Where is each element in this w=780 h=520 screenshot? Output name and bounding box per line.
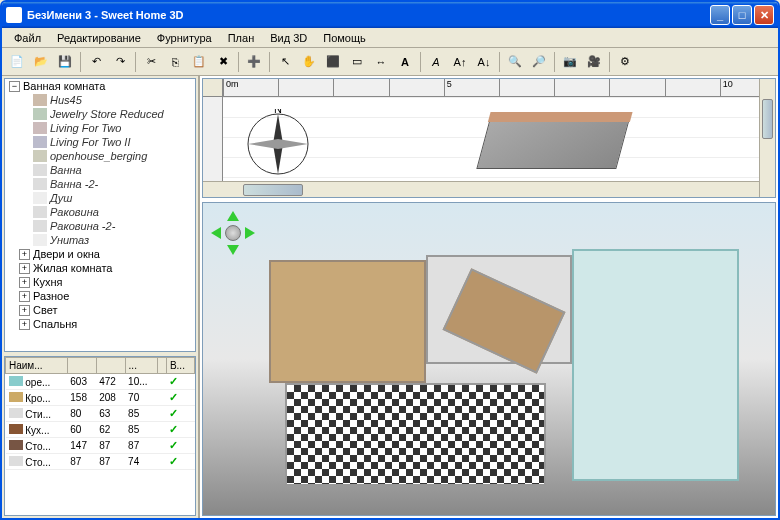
tree-category-bedroom[interactable]: +Спальня xyxy=(5,317,195,331)
tree-category-misc[interactable]: +Разное xyxy=(5,289,195,303)
table-row[interactable]: Кух...606285✓ xyxy=(6,422,195,438)
col-vis[interactable]: В... xyxy=(166,358,194,374)
menu-3d[interactable]: Вид 3D xyxy=(262,30,315,46)
tree-item[interactable]: Living For Two II xyxy=(5,135,195,149)
cut-icon[interactable]: ✂ xyxy=(140,51,162,73)
tree-category-light[interactable]: +Свет xyxy=(5,303,195,317)
tree-item[interactable]: Ванна xyxy=(5,163,195,177)
tree-item[interactable]: Раковина xyxy=(5,205,195,219)
video-icon[interactable]: 🎥 xyxy=(583,51,605,73)
zoom-out-icon[interactable]: 🔎 xyxy=(528,51,550,73)
tree-category-bathroom[interactable]: − Ванная комната xyxy=(5,79,195,93)
nav-down-icon[interactable] xyxy=(227,245,239,255)
floor-3d-render[interactable] xyxy=(243,233,765,505)
expand-icon[interactable]: + xyxy=(19,305,30,316)
compass-icon[interactable]: N xyxy=(243,109,313,179)
expand-icon[interactable]: + xyxy=(19,249,30,260)
horizontal-ruler: 0m 5 10 xyxy=(223,79,775,97)
checkbox-icon[interactable]: ✓ xyxy=(169,455,178,467)
text-size-down-icon[interactable]: A↓ xyxy=(473,51,495,73)
nav-center-icon[interactable] xyxy=(225,225,241,241)
minimize-button[interactable]: _ xyxy=(710,5,730,25)
collapse-icon[interactable]: − xyxy=(9,81,20,92)
undo-icon[interactable]: ↶ xyxy=(85,51,107,73)
menu-file[interactable]: Файл xyxy=(6,30,49,46)
tree-category-living[interactable]: +Жилая комната xyxy=(5,261,195,275)
zoom-in-icon[interactable]: 🔍 xyxy=(504,51,526,73)
table-row[interactable]: Сто...1478787✓ xyxy=(6,438,195,454)
furniture-icon xyxy=(33,94,47,106)
furniture-table[interactable]: Наим... ... В... ope...60347210...✓ Кро.… xyxy=(4,356,196,516)
menu-furniture[interactable]: Фурнитура xyxy=(149,30,220,46)
camera-icon[interactable]: 📷 xyxy=(559,51,581,73)
checkbox-icon[interactable]: ✓ xyxy=(169,391,178,403)
tree-item[interactable]: Hus45 xyxy=(5,93,195,107)
tree-item[interactable]: Jewelry Store Reduced xyxy=(5,107,195,121)
save-file-icon[interactable]: 💾 xyxy=(54,51,76,73)
col-3[interactable]: ... xyxy=(125,358,157,374)
text-bold-icon[interactable]: A xyxy=(425,51,447,73)
add-furniture-icon[interactable]: ➕ xyxy=(243,51,265,73)
nav-up-icon[interactable] xyxy=(227,211,239,221)
delete-icon[interactable]: ✖ xyxy=(212,51,234,73)
paste-icon[interactable]: 📋 xyxy=(188,51,210,73)
tree-category-kitchen[interactable]: +Кухня xyxy=(5,275,195,289)
plan-scrollbar-h[interactable] xyxy=(203,181,759,197)
dimension-icon[interactable]: ↔ xyxy=(370,51,392,73)
tree-category-doors[interactable]: +Двери и окна xyxy=(5,247,195,261)
room-icon[interactable]: ▭ xyxy=(346,51,368,73)
plan-scrollbar-v[interactable] xyxy=(759,79,775,197)
titlebar[interactable]: БезИмени 3 - Sweet Home 3D _ □ ✕ xyxy=(2,2,778,28)
content-area: − Ванная комната Hus45 Jewelry Store Red… xyxy=(2,76,778,518)
checkbox-icon[interactable]: ✓ xyxy=(169,407,178,419)
wall-icon[interactable]: ⬛ xyxy=(322,51,344,73)
new-file-icon[interactable]: 📄 xyxy=(6,51,28,73)
checkbox-icon[interactable]: ✓ xyxy=(169,439,178,451)
table-row[interactable]: Сто...878774✓ xyxy=(6,454,195,470)
copy-icon[interactable]: ⎘ xyxy=(164,51,186,73)
table-header-row[interactable]: Наим... ... В... xyxy=(6,358,195,374)
row-icon xyxy=(9,456,23,466)
tree-item[interactable]: Раковина -2- xyxy=(5,219,195,233)
open-file-icon[interactable]: 📂 xyxy=(30,51,52,73)
pan-icon[interactable]: ✋ xyxy=(298,51,320,73)
nav-left-icon[interactable] xyxy=(211,227,221,239)
col-4[interactable] xyxy=(158,358,167,374)
furniture-icon xyxy=(33,164,47,176)
select-icon[interactable]: ↖ xyxy=(274,51,296,73)
text-size-up-icon[interactable]: A↑ xyxy=(449,51,471,73)
col-1[interactable] xyxy=(67,358,96,374)
tree-item[interactable]: Ванна -2- xyxy=(5,177,195,191)
menu-edit[interactable]: Редактирование xyxy=(49,30,149,46)
tree-item[interactable]: Унитаз xyxy=(5,233,195,247)
row-icon xyxy=(9,440,23,450)
tree-item[interactable]: Living For Two xyxy=(5,121,195,135)
tree-item[interactable]: Душ xyxy=(5,191,195,205)
table-row[interactable]: Кро...15820870✓ xyxy=(6,390,195,406)
close-button[interactable]: ✕ xyxy=(754,5,774,25)
furniture-tree[interactable]: − Ванная комната Hus45 Jewelry Store Red… xyxy=(4,78,196,352)
menu-plan[interactable]: План xyxy=(220,30,263,46)
menu-help[interactable]: Помощь xyxy=(315,30,374,46)
checkbox-icon[interactable]: ✓ xyxy=(169,423,178,435)
maximize-button[interactable]: □ xyxy=(732,5,752,25)
redo-icon[interactable]: ↷ xyxy=(109,51,131,73)
left-panel: − Ванная комната Hus45 Jewelry Store Red… xyxy=(2,76,200,518)
table-row[interactable]: Сти...806385✓ xyxy=(6,406,195,422)
preferences-icon[interactable]: ⚙ xyxy=(614,51,636,73)
plan-2d-view[interactable]: 0m 5 10 N xyxy=(202,78,776,198)
furniture-icon xyxy=(33,220,47,232)
expand-icon[interactable]: + xyxy=(19,319,30,330)
col-2[interactable] xyxy=(96,358,125,374)
expand-icon[interactable]: + xyxy=(19,291,30,302)
furniture-icon xyxy=(33,122,47,134)
tree-item[interactable]: openhouse_berging xyxy=(5,149,195,163)
table-row[interactable]: ope...60347210...✓ xyxy=(6,374,195,390)
expand-icon[interactable]: + xyxy=(19,277,30,288)
col-name[interactable]: Наим... xyxy=(6,358,68,374)
text-icon[interactable]: A xyxy=(394,51,416,73)
expand-icon[interactable]: + xyxy=(19,263,30,274)
view-3d[interactable] xyxy=(202,202,776,516)
checkbox-icon[interactable]: ✓ xyxy=(169,375,178,387)
plan-house-preview[interactable] xyxy=(476,119,629,169)
